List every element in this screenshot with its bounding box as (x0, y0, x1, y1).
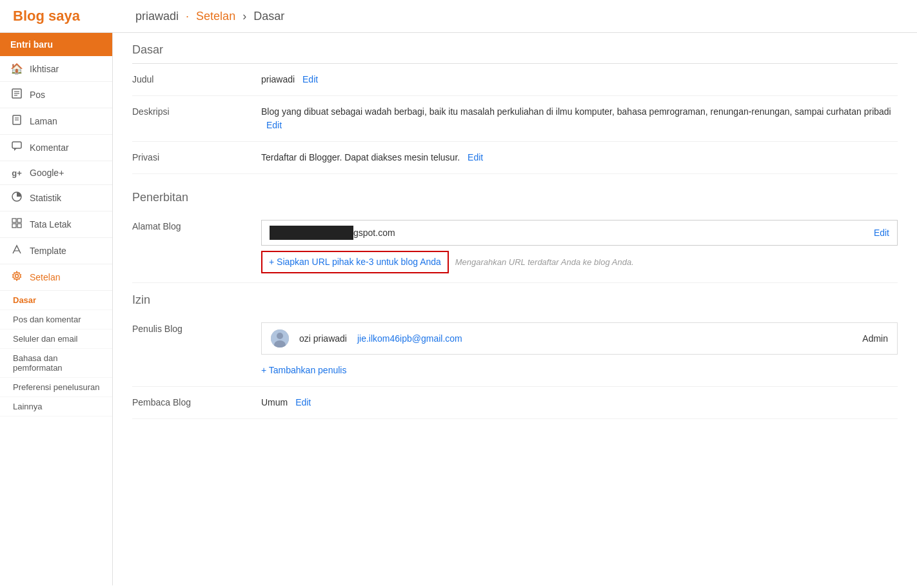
add-author-link[interactable]: + Tambahkan penulis (261, 364, 346, 377)
svg-rect-9 (12, 219, 16, 222)
settings-row-judul: Judul priawadi Edit (132, 64, 898, 96)
sidebar-item-template[interactable]: Template (0, 238, 112, 264)
sidebar-label-tata-letak: Tata Letak (30, 219, 72, 230)
breadcrumb-separator: · (186, 10, 189, 23)
main-content: Dasar Judul priawadi Edit Deskripsi Blog… (113, 33, 917, 585)
page-layout: Entri baru 🏠 Ikhtisar Pos Laman Komentar… (0, 33, 917, 585)
author-row: ozi priawadi jie.ilkom46ipb@gmail.com Ad… (271, 329, 888, 348)
statistik-icon (10, 191, 23, 204)
privasi-text: Terdaftar di Blogger. Dapat diakses mesi… (261, 152, 460, 162)
settings-row-alamat-blog: Alamat Blog gspot.com Edit + Siapkan URL… (132, 211, 898, 283)
setelan-icon (10, 271, 23, 284)
address-black-box (270, 226, 353, 240)
value-alamat-blog: gspot.com Edit + Siapkan URL pihak ke-3 … (261, 220, 898, 273)
privasi-edit-link[interactable]: Edit (468, 152, 483, 162)
sidebar-sub-item-pos-dan-komentar[interactable]: Pos dan komentar (0, 310, 112, 329)
value-penulis-blog: ozi priawadi jie.ilkom46ipb@gmail.com Ad… (261, 322, 898, 377)
section-izin: Izin Penulis Blog ozi priawadi jie.ilkom… (132, 283, 898, 419)
sidebar-label-komentar: Komentar (30, 142, 69, 153)
settings-row-deskripsi: Deskripsi Blog yang dibuat sebagai wadah… (132, 96, 898, 142)
template-icon (10, 244, 23, 257)
settings-row-penulis-blog: Penulis Blog ozi priawadi jie.ilkom46ipb… (132, 313, 898, 387)
new-post-button[interactable]: Entri baru (0, 33, 112, 56)
sidebar-item-ikhtisar[interactable]: 🏠 Ikhtisar (0, 56, 112, 82)
value-deskripsi: Blog yang dibuat sebagai wadah berbagi, … (261, 105, 898, 132)
blog-title: Blog saya (13, 8, 116, 24)
label-pembaca-blog: Pembaca Blog (132, 396, 261, 407)
author-box: ozi priawadi jie.ilkom46ipb@gmail.com Ad… (261, 322, 898, 355)
settings-table: Judul priawadi Edit Deskripsi Blog yang … (132, 64, 898, 174)
alamat-blog-edit-link[interactable]: Edit (874, 226, 889, 240)
sidebar-sub-item-bahasa[interactable]: Bahasa dan pemformatan (0, 349, 112, 378)
breadcrumb-blog-name: priawadi (135, 10, 179, 23)
label-privasi: Privasi (132, 151, 261, 162)
author-email: jie.ilkom46ipb@gmail.com (357, 332, 852, 346)
sidebar-item-google-plus[interactable]: g+ Google+ (0, 161, 112, 185)
svg-rect-12 (17, 224, 21, 228)
sidebar-item-tata-letak[interactable]: Tata Letak (0, 211, 112, 238)
judul-text: priawadi (261, 74, 295, 84)
section-penerbitan: Penerbitan Alamat Blog gspot.com Edit + … (132, 181, 898, 283)
value-judul: priawadi Edit (261, 73, 898, 86)
svg-rect-10 (17, 219, 21, 222)
laman-icon (10, 115, 23, 128)
label-penulis-blog: Penulis Blog (132, 322, 261, 334)
sidebar-label-setelan: Setelan (30, 272, 60, 282)
pos-icon (10, 88, 23, 101)
breadcrumb-current: Dasar (253, 10, 284, 23)
sidebar-item-laman[interactable]: Laman (0, 108, 112, 135)
breadcrumb-section: Setelan (196, 10, 235, 23)
izin-title: Izin (132, 283, 898, 313)
third-party-url-link[interactable]: + Siapkan URL pihak ke-3 untuk blog Anda (261, 251, 449, 273)
sidebar-sub-item-lainnya[interactable]: Lainnya (0, 397, 112, 416)
tata-letak-icon (10, 218, 23, 231)
sidebar-item-statistik[interactable]: Statistik (0, 185, 112, 211)
sidebar-sub-item-preferensi[interactable]: Preferensi penelusuran (0, 378, 112, 397)
penerbitan-title: Penerbitan (132, 181, 898, 211)
deskripsi-text: Blog yang dibuat sebagai wadah berbagi, … (261, 106, 891, 117)
settings-row-privasi: Privasi Terdaftar di Blogger. Dapat diak… (132, 142, 898, 174)
judul-edit-link[interactable]: Edit (302, 74, 318, 84)
value-privasi: Terdaftar di Blogger. Dapat diakses mesi… (261, 151, 898, 164)
third-party-url-container: + Siapkan URL pihak ke-3 untuk blog Anda… (261, 251, 898, 273)
komentar-icon (10, 141, 23, 154)
sidebar-item-setelan[interactable]: Setelan (0, 264, 112, 291)
pembaca-blog-text: Umum (261, 397, 288, 407)
sidebar-label-statistik: Statistik (30, 193, 61, 203)
svg-point-14 (15, 275, 19, 278)
label-judul: Judul (132, 73, 261, 84)
author-name: ozi priawadi (299, 332, 347, 346)
breadcrumb: priawadi · Setelan › Dasar (135, 10, 284, 23)
sidebar-sub-item-dasar[interactable]: Dasar (0, 291, 112, 310)
svg-rect-11 (12, 224, 16, 228)
svg-point-16 (277, 333, 283, 339)
settings-row-pembaca-blog: Pembaca Blog Umum Edit (132, 387, 898, 419)
label-alamat-blog: Alamat Blog (132, 220, 261, 231)
blog-address-box: gspot.com Edit (261, 220, 898, 246)
third-party-url-desc: Mengarahkan URL terdaftar Anda ke blog A… (455, 257, 634, 267)
svg-rect-7 (12, 142, 21, 148)
sidebar-label-google-plus: Google+ (30, 168, 64, 178)
home-icon: 🏠 (10, 63, 23, 75)
blog-address-left: gspot.com (270, 226, 395, 240)
sidebar-label-laman: Laman (30, 116, 57, 126)
sidebar-label-pos: Pos (30, 90, 45, 100)
author-avatar (271, 329, 289, 348)
sidebar: Entri baru 🏠 Ikhtisar Pos Laman Komentar… (0, 33, 113, 585)
sidebar-sub-item-seluler-dan-email[interactable]: Seluler dan email (0, 329, 112, 349)
google-plus-icon: g+ (10, 168, 23, 178)
sidebar-item-pos[interactable]: Pos (0, 82, 112, 108)
deskripsi-edit-link[interactable]: Edit (266, 120, 282, 130)
value-pembaca-blog: Umum Edit (261, 396, 898, 409)
pembaca-blog-edit-link[interactable]: Edit (295, 397, 311, 407)
sidebar-label-template: Template (30, 246, 66, 256)
author-role: Admin (862, 332, 888, 346)
section-dasar-title: Dasar (132, 33, 898, 64)
address-domain: gspot.com (353, 226, 395, 240)
breadcrumb-arrow: › (242, 10, 246, 23)
sidebar-item-komentar[interactable]: Komentar (0, 135, 112, 161)
label-deskripsi: Deskripsi (132, 105, 261, 117)
top-header: Blog saya priawadi · Setelan › Dasar (0, 0, 917, 33)
sidebar-label-ikhtisar: Ikhtisar (30, 64, 59, 74)
